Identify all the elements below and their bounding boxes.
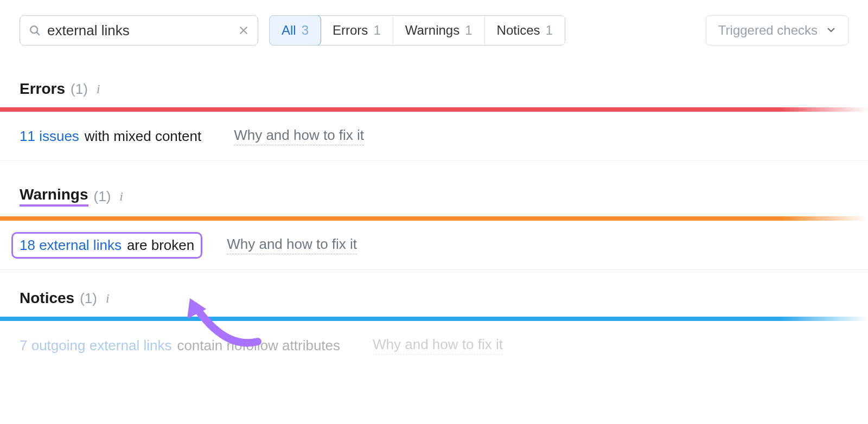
issue-text: with mixed content bbox=[85, 128, 201, 145]
category-tabs: All 3 Errors 1 Warnings 1 Notices 1 bbox=[269, 15, 565, 46]
info-icon[interactable]: i bbox=[97, 82, 100, 97]
tab-notices[interactable]: Notices 1 bbox=[485, 16, 565, 45]
issue-description[interactable]: 11 issues with mixed content bbox=[20, 128, 201, 145]
issue-row: 18 external links are broken Why and how… bbox=[0, 221, 868, 270]
info-icon[interactable]: i bbox=[106, 291, 110, 306]
tab-count: 1 bbox=[465, 23, 472, 38]
issue-link[interactable]: 18 external links bbox=[20, 237, 122, 254]
section-count: (1) bbox=[71, 81, 88, 98]
tab-warnings[interactable]: Warnings 1 bbox=[393, 16, 485, 45]
fix-link[interactable]: Why and how to fix it bbox=[373, 336, 503, 355]
info-icon[interactable]: i bbox=[119, 189, 123, 204]
search-input[interactable] bbox=[47, 22, 238, 39]
notices-divider bbox=[0, 317, 868, 321]
tab-count: 3 bbox=[302, 23, 309, 38]
warnings-section-header: Warnings (1) i bbox=[0, 161, 868, 216]
issue-row: 7 outgoing external links contain nofoll… bbox=[0, 321, 868, 360]
chevron-down-icon bbox=[826, 23, 836, 38]
filter-toolbar: All 3 Errors 1 Warnings 1 Notices 1 Trig… bbox=[0, 0, 868, 55]
issue-link[interactable]: 11 issues bbox=[20, 128, 79, 145]
section-count: (1) bbox=[94, 188, 111, 205]
issue-description-highlighted[interactable]: 18 external links are broken bbox=[11, 232, 202, 259]
fix-link[interactable]: Why and how to fix it bbox=[234, 127, 364, 145]
issue-text: are broken bbox=[127, 237, 194, 254]
tab-label: All bbox=[282, 23, 296, 38]
warnings-divider bbox=[0, 216, 868, 221]
issue-link[interactable]: 7 outgoing external links bbox=[20, 337, 171, 354]
tab-label: Notices bbox=[497, 23, 540, 38]
section-title: Warnings bbox=[20, 186, 88, 207]
tab-count: 1 bbox=[546, 23, 553, 38]
section-count: (1) bbox=[80, 290, 97, 307]
tab-label: Warnings bbox=[405, 23, 459, 38]
fix-link[interactable]: Why and how to fix it bbox=[227, 236, 357, 254]
tab-label: Errors bbox=[333, 23, 368, 38]
dropdown-label: Triggered checks bbox=[718, 23, 818, 38]
errors-divider bbox=[0, 107, 868, 112]
errors-section-header: Errors (1) i bbox=[0, 55, 868, 107]
issue-text: contain nofollow attributes bbox=[177, 337, 340, 354]
section-title: Errors bbox=[20, 80, 65, 98]
clear-search-icon[interactable] bbox=[238, 25, 249, 36]
search-icon bbox=[29, 24, 41, 36]
issue-row: 11 issues with mixed content Why and how… bbox=[0, 112, 868, 161]
tab-all[interactable]: All 3 bbox=[269, 15, 321, 46]
svg-line-1 bbox=[37, 33, 40, 35]
search-field-wrap[interactable] bbox=[20, 15, 258, 46]
tab-errors[interactable]: Errors 1 bbox=[321, 16, 393, 45]
triggered-checks-dropdown[interactable]: Triggered checks bbox=[706, 15, 848, 46]
notices-section-header: Notices (1) i bbox=[0, 270, 868, 317]
tab-count: 1 bbox=[373, 23, 380, 38]
section-title: Notices bbox=[20, 290, 74, 307]
issue-description[interactable]: 7 outgoing external links contain nofoll… bbox=[20, 337, 340, 354]
